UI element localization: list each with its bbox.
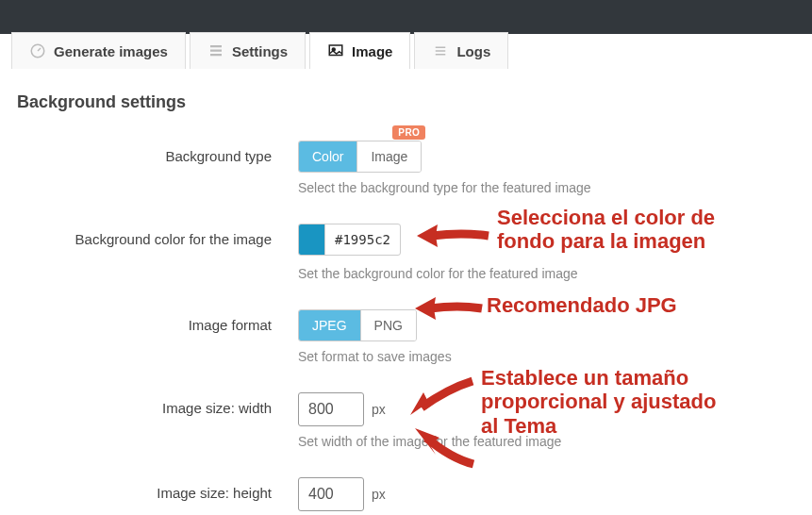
help-background-color: Set the background color for the feature… [298, 266, 791, 281]
bg-type-color-button[interactable]: Color [299, 141, 357, 172]
gauge-icon [29, 42, 46, 59]
unit-label: px [372, 487, 386, 502]
sliders-icon [207, 42, 224, 59]
tab-label: Logs [456, 43, 490, 59]
label-background-color: Background color for the image [17, 224, 298, 247]
settings-panel: Background settings Background type Colo… [0, 69, 812, 515]
tab-label: Image [352, 43, 392, 59]
svg-rect-2 [210, 50, 222, 52]
label-image-height: Image size: height [17, 477, 298, 501]
section-heading: Background settings [17, 92, 791, 112]
tab-label: Settings [232, 43, 288, 59]
background-type-toggle: Color Image [298, 141, 422, 173]
image-format-toggle: JPEG PNG [298, 309, 417, 341]
image-icon [327, 42, 344, 59]
help-background-type: Select the background type for the featu… [298, 180, 791, 195]
row-image-height: Image size: height px Set height of the … [17, 477, 791, 515]
top-dark-bar [0, 0, 812, 34]
unit-label: px [372, 402, 386, 417]
tab-settings[interactable]: Settings [190, 32, 306, 69]
row-image-width: Image size: width px Set width of the im… [17, 392, 791, 449]
format-jpeg-button[interactable]: JPEG [299, 310, 361, 341]
label-background-type: Background type [17, 141, 298, 164]
color-value: #1995c2 [325, 232, 400, 247]
row-background-type: Background type Color Image PRO Select t… [17, 141, 791, 195]
width-input[interactable] [298, 392, 364, 426]
format-png-button[interactable]: PNG [361, 310, 416, 341]
color-picker[interactable]: #1995c2 [298, 224, 401, 256]
help-image-width: Set width of the image for the featured … [298, 434, 791, 449]
row-image-format: Image format JPEG PNG Set format to save… [17, 309, 791, 364]
label-image-format: Image format [17, 309, 298, 333]
tab-image[interactable]: Image [309, 32, 410, 69]
pro-badge: PRO [392, 125, 425, 140]
height-input[interactable] [298, 477, 364, 511]
help-image-format: Set format to save images [298, 349, 791, 364]
row-background-color: Background color for the image #1995c2 S… [17, 224, 791, 281]
list-icon [432, 42, 449, 59]
tab-label: Generate images [54, 43, 168, 59]
tab-logs[interactable]: Logs [414, 32, 508, 69]
bg-type-image-button[interactable]: Image [357, 141, 421, 172]
tab-generate-images[interactable]: Generate images [11, 32, 186, 69]
label-image-width: Image size: width [17, 392, 298, 416]
color-swatch [299, 224, 325, 255]
svg-rect-1 [210, 45, 222, 47]
tab-bar: Generate images Settings Image Logs [0, 32, 812, 69]
svg-rect-3 [210, 54, 222, 56]
